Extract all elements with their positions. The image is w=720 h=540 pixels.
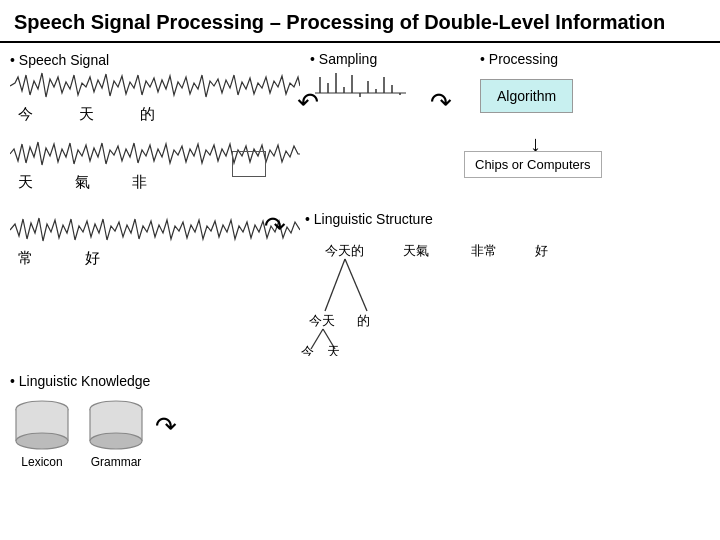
svg-text:天氣: 天氣 [403,243,429,258]
svg-text:天: 天 [327,344,340,356]
grammar-label: Grammar [91,455,142,469]
svg-text:的: 的 [357,313,370,328]
svg-text:好: 好 [535,243,548,258]
processing-label: • Processing [480,51,558,67]
svg-point-33 [90,433,142,449]
chips-box: Chips or Computers [464,151,602,178]
arrow-to-linguistic-struct: ↷ [264,211,286,242]
sampling-section: • Sampling [310,51,410,123]
sampling-waveform [310,67,410,119]
grammar-cylinder: Grammar [84,399,148,469]
waveform3 [10,211,300,249]
svg-text:今天的: 今天的 [325,243,364,258]
lexicon-cylinder: Lexicon [10,399,74,469]
svg-line-17 [345,259,367,311]
linguistic-structure-section: • Linguistic Structure [305,211,433,227]
arrow-knowledge-to-tree: ↷ [155,411,177,442]
arrow-sampling-to-processing: ↷ [430,87,452,118]
tree-svg: 今天的 天氣 非常 好 今天 的 今 天 [295,241,695,356]
tree-diagram: 今天的 天氣 非常 好 今天 的 今 天 [295,241,695,360]
svg-text:今天: 今天 [309,313,335,328]
waveform1-chars: 今 天 的 [10,105,300,124]
waveform-selection-box [232,151,266,177]
header: Speech Signal Processing – Processing of… [0,0,720,43]
sampling-label: • Sampling [310,51,410,67]
linguistic-knowledge-label: • Linguistic Knowledge [10,373,150,389]
linguistic-structure-label: • Linguistic Structure [305,211,433,227]
linguistic-label: Linguistic Structure [314,211,433,227]
page-title: Speech Signal Processing – Processing of… [14,10,706,35]
svg-text:今: 今 [301,344,314,356]
lexicon-cylinder-svg [10,399,74,453]
waveform3-container: 常 好 [10,211,300,272]
svg-line-16 [325,259,345,311]
svg-text:非常: 非常 [471,243,497,258]
grammar-cylinder-svg [84,399,148,453]
linguistic-knowledge-section: • Linguistic Knowledge Lexicon [10,373,150,469]
waveform1 [10,67,300,105]
processing-section: • Processing [480,51,558,67]
lexicon-label: Lexicon [21,455,62,469]
waveform3-chars: 常 好 [10,249,300,268]
algorithm-box: Algorithm [480,79,573,113]
waveform1-container: 今 天 的 [10,67,300,128]
svg-point-28 [16,433,68,449]
arrow-to-sampling: ↷ [297,87,319,118]
speech-signal-bullet: • Speech Signal [10,52,109,68]
